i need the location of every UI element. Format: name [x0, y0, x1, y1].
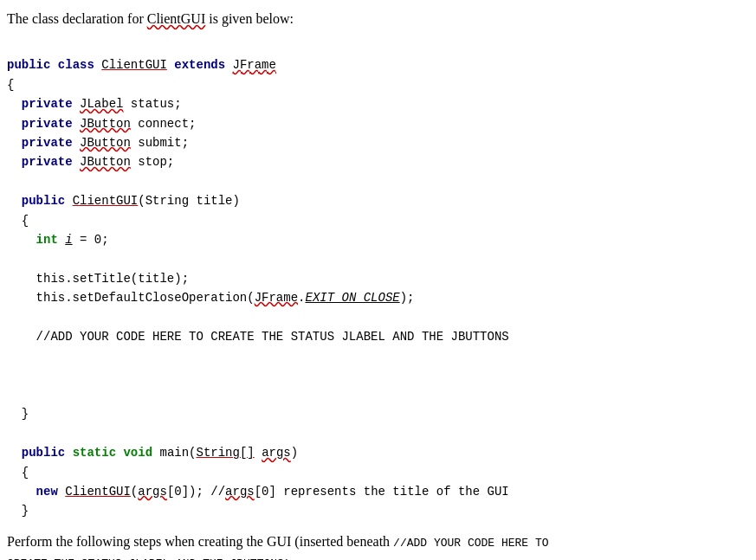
line-8: public ClientGUI(String title) — [7, 194, 240, 208]
bottom-text-before: Perform the following steps when creatin… — [7, 534, 393, 549]
intro-text-before: The class declaration for — [7, 11, 147, 26]
line-22: { — [7, 466, 29, 480]
intro-text-after: is given below: — [205, 11, 294, 26]
line-13: this.setDefaultCloseOperation(JFrame.EXI… — [7, 291, 415, 305]
line-19: } — [7, 407, 29, 421]
client-gui-name: ClientGUI — [147, 11, 206, 26]
intro-paragraph: The class declaration for ClientGUI is g… — [7, 9, 749, 29]
line-7 — [7, 175, 14, 189]
bottom-paragraph: Perform the following steps when creatin… — [7, 531, 749, 560]
line-3: private JLabel status; — [7, 97, 182, 111]
line-15: //ADD YOUR CODE HERE TO CREATE THE STATU… — [7, 330, 509, 344]
line-12: this.setTitle(title); — [7, 272, 189, 286]
line-10: int i = 0; — [7, 233, 109, 247]
line-17 — [7, 369, 14, 383]
line-11 — [7, 252, 14, 266]
line-2: { — [7, 78, 14, 92]
line-14 — [7, 310, 14, 324]
line-20 — [7, 427, 14, 441]
line-6: private JButton stop; — [7, 155, 174, 169]
line-5: private JButton submit; — [7, 136, 189, 150]
line-24: } — [7, 504, 29, 518]
line-21: public static void main(String[] args) — [7, 446, 298, 460]
line-18 — [7, 388, 14, 402]
line-16 — [7, 349, 14, 363]
line-4: private JButton connect; — [7, 117, 196, 131]
line-23: new ClientGUI(args[0]); //args[0] repres… — [7, 485, 509, 499]
line-1: public class ClientGUI extends JFrame — [7, 58, 276, 72]
code-block: public class ClientGUI extends JFrame { … — [7, 36, 749, 521]
line-9: { — [7, 214, 29, 228]
